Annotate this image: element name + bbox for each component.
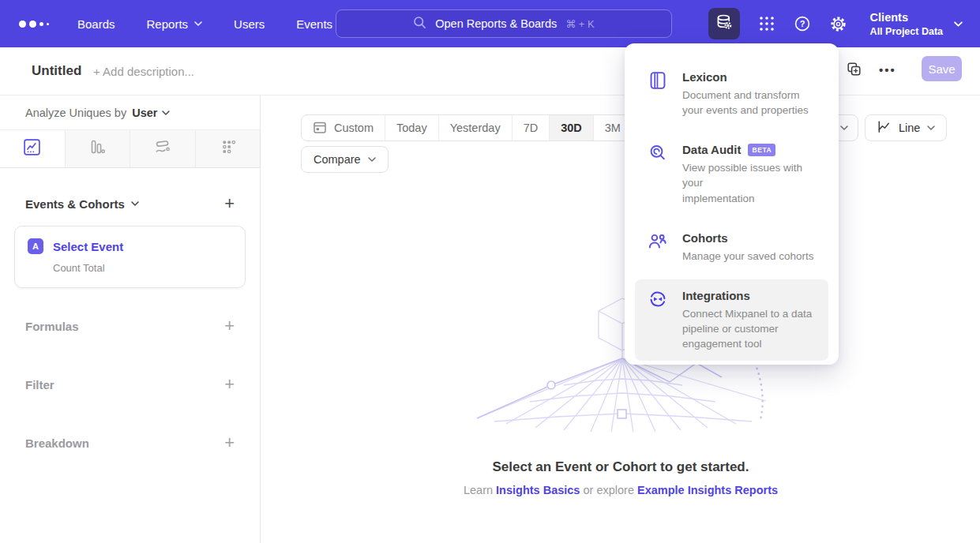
- date-range-30d[interactable]: 30D: [550, 115, 594, 140]
- menu-item-title: Integrations: [682, 289, 750, 302]
- org-name: Clients: [870, 11, 943, 24]
- event-badge: A: [28, 238, 43, 254]
- beta-badge: BETA: [748, 144, 775, 156]
- compare-dropdown[interactable]: Compare: [301, 146, 389, 173]
- menu-item-title: Lexicon: [682, 70, 727, 84]
- analyze-by-dropdown[interactable]: User: [132, 107, 170, 119]
- date-range-yesterday[interactable]: Yesterday: [439, 115, 513, 140]
- date-range-custom[interactable]: Custom: [302, 115, 385, 140]
- search-icon: [413, 16, 426, 32]
- event-card[interactable]: A Select Event Count Total: [14, 226, 246, 288]
- date-range-control: Custom Today Yesterday 7D 30D 3M 6M: [301, 114, 671, 141]
- metric-tab-icon: [219, 138, 237, 159]
- save-button[interactable]: Save: [922, 56, 962, 81]
- mixpanel-logo-icon[interactable]: [19, 21, 49, 28]
- app-window: Boards Reports Users Events Open Reports…: [0, 0, 980, 543]
- nav-item-reports[interactable]: Reports: [147, 17, 203, 31]
- example-insights-reports-link[interactable]: Example Insights Reports: [637, 484, 778, 496]
- date-range-7d[interactable]: 7D: [513, 115, 550, 140]
- event-aggregation[interactable]: Count Total: [53, 262, 232, 274]
- chart-type-dropdown[interactable]: Line: [865, 114, 947, 141]
- menu-item-lexicon[interactable]: Lexicon Document and transform your even…: [635, 61, 828, 127]
- project-name: All Project Data: [870, 26, 943, 37]
- project-switcher[interactable]: Clients All Project Data: [870, 11, 963, 37]
- menu-item-integrations[interactable]: Integrations Connect Mixpanel to a data …: [635, 279, 828, 361]
- search-placeholder: Open Reports & Boards: [435, 17, 557, 30]
- database-gear-icon: [715, 13, 734, 35]
- line-chart-tab-icon: [23, 138, 41, 159]
- chevron-down-icon: [927, 125, 935, 130]
- chevron-down-icon: [162, 110, 170, 115]
- chevron-down-icon: [954, 21, 963, 27]
- calendar-icon: [313, 120, 327, 137]
- duplicate-report-button[interactable]: [847, 62, 862, 80]
- menu-item-title: Cohorts: [682, 231, 728, 245]
- empty-state-links: Learn Insights Basics or explore Example…: [261, 484, 980, 496]
- menu-item-data-audit[interactable]: Data Audit BETA View possible issues wit…: [635, 133, 828, 215]
- insights-basics-link[interactable]: Insights Basics: [496, 484, 580, 496]
- add-formula-button[interactable]: +: [224, 317, 235, 335]
- report-description-placeholder[interactable]: + Add description...: [93, 65, 194, 78]
- chevron-down-icon: [840, 125, 848, 130]
- filter-section: Filter +: [25, 376, 235, 393]
- tab-flows-chart[interactable]: [130, 130, 196, 167]
- settings-gear-icon[interactable]: [829, 15, 847, 33]
- events-cohorts-heading: Events & Cohorts +: [25, 195, 235, 212]
- more-options-button[interactable]: •••: [879, 63, 896, 77]
- empty-state-title: Select an Event or Cohort to get started…: [261, 459, 980, 475]
- integrations-icon: [648, 289, 668, 351]
- formulas-section: Formulas +: [25, 317, 235, 335]
- lexicon-icon: [648, 70, 668, 118]
- apps-grid-icon[interactable]: [758, 15, 775, 32]
- tab-bar-chart[interactable]: [66, 130, 131, 167]
- menu-item-title: Data Audit: [682, 143, 741, 156]
- data-audit-icon: [648, 143, 668, 205]
- select-event-button[interactable]: Select Event: [53, 240, 123, 253]
- menu-item-description: Document and transform your events and p…: [682, 88, 809, 118]
- add-breakdown-button[interactable]: +: [224, 434, 235, 451]
- date-range-today[interactable]: Today: [385, 115, 439, 140]
- chart-type-tabs: [0, 130, 260, 168]
- menu-item-cohorts[interactable]: Cohorts Manage your saved cohorts: [635, 222, 828, 273]
- line-chart-icon: [877, 119, 892, 137]
- tab-metric-chart[interactable]: [196, 130, 261, 167]
- svg-text:?: ?: [799, 19, 805, 28]
- tab-line-chart[interactable]: [0, 130, 66, 167]
- menu-item-description: View possible issues with your implement…: [682, 160, 816, 205]
- nav-item-users[interactable]: Users: [234, 17, 265, 31]
- query-sidebar: Analyze Uniques by User: [0, 95, 261, 543]
- add-event-button[interactable]: +: [224, 195, 235, 212]
- search-shortcut: ⌘ + K: [565, 18, 595, 30]
- data-management-button[interactable]: [708, 8, 740, 39]
- chevron-down-icon: [194, 21, 202, 26]
- cohorts-icon: [648, 231, 668, 264]
- analyze-row: Analyze Uniques by User: [0, 95, 260, 130]
- nav-item-events[interactable]: Events: [296, 17, 332, 31]
- menu-item-description: Connect Mixpanel to a data pipeline or c…: [682, 306, 812, 351]
- nav-links: Boards Reports Users Events: [77, 17, 332, 31]
- analyze-label: Analyze Uniques by: [25, 107, 126, 119]
- report-canvas: Custom Today Yesterday 7D 30D 3M 6M Comp…: [261, 95, 980, 543]
- breakdown-section: Breakdown +: [25, 434, 235, 451]
- help-icon[interactable]: ?: [794, 15, 811, 32]
- chevron-down-icon: [368, 157, 376, 162]
- global-search-input[interactable]: Open Reports & Boards ⌘ + K: [336, 9, 672, 38]
- chevron-down-icon[interactable]: [131, 201, 139, 206]
- report-title[interactable]: Untitled: [32, 63, 81, 79]
- add-filter-button[interactable]: +: [224, 376, 235, 393]
- nav-right-cluster: ? Clients All Project Data: [708, 0, 980, 47]
- menu-item-description: Manage your saved cohorts: [682, 249, 814, 264]
- bar-chart-tab-icon: [88, 138, 107, 160]
- data-management-menu: Lexicon Document and transform your even…: [625, 43, 839, 365]
- nav-item-boards[interactable]: Boards: [77, 17, 115, 31]
- flows-tab-icon: [153, 138, 172, 160]
- top-navigation: Boards Reports Users Events Open Reports…: [0, 0, 980, 47]
